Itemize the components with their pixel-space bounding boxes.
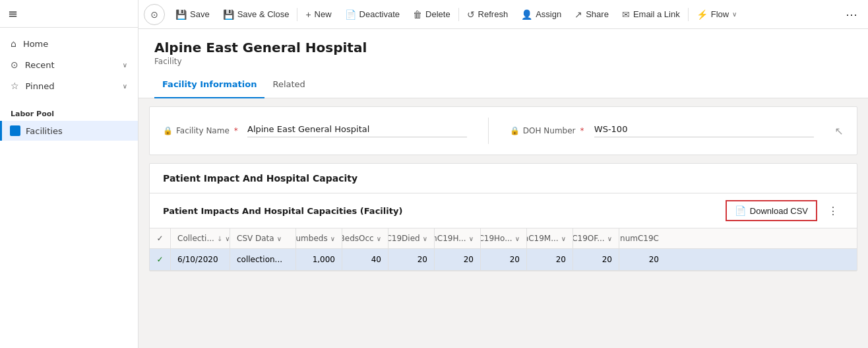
facility-name-value[interactable]: Alpine East General Hospital	[247, 124, 467, 137]
row-check[interactable]: ✓	[150, 249, 171, 270]
lock-icon-1: 🔒	[163, 126, 173, 135]
home-icon: ⌂	[11, 38, 16, 49]
row-numc19died: 20	[388, 249, 435, 270]
flow-chevron-icon: ∨	[732, 11, 737, 18]
email-link-button[interactable]: ✉ Email a Link	[615, 0, 687, 29]
grid-header-numc19of[interactable]: numC19OF... ∨	[573, 228, 619, 248]
doh-number-field: 🔒 DOH Number * WS-100	[510, 124, 814, 137]
facility-name-field: 🔒 Facility Name * Alpine East General Ho…	[163, 124, 467, 137]
record-title: Alpine East General Hospital	[154, 40, 852, 55]
grid-header-date[interactable]: Collecti... ↓ ∨	[171, 228, 230, 248]
assign-button[interactable]: 👤 Assign	[514, 0, 568, 29]
flow-button[interactable]: ⚡ Flow ∨	[690, 0, 743, 29]
col-chevron-4: ∨	[423, 235, 427, 242]
save-close-button[interactable]: 💾 Save & Close	[216, 0, 296, 29]
toolbar-separator-1	[297, 8, 297, 21]
sub-section-title: Patient Impact And Hospital Capacity	[150, 164, 857, 193]
grid-header-csv[interactable]: CSV Data ∨	[230, 228, 296, 248]
hamburger-icon[interactable]: ≡	[8, 7, 18, 20]
sidebar-item-home-label: Home	[23, 39, 48, 49]
grid-header-numbedsOcc[interactable]: numBedsOcc ∨	[342, 228, 388, 248]
new-icon: +	[305, 9, 311, 20]
sidebar-item-pinned[interactable]: ☆ Pinned ∨	[0, 75, 138, 96]
sub-section-capacity: Patient Impact And Hospital Capacity Pat…	[149, 163, 857, 271]
sidebar-item-facilities-label: Facilities	[26, 126, 63, 136]
more-button[interactable]: ⋯	[840, 7, 863, 22]
col-chevron-1: ∨	[277, 235, 282, 242]
refresh-button[interactable]: ↺ Refresh	[460, 0, 515, 29]
sidebar-item-facilities[interactable]: Facilities	[0, 121, 138, 141]
sort-icon: ↓	[217, 235, 222, 242]
col-chevron-5: ∨	[469, 235, 474, 242]
facility-name-label: 🔒 Facility Name *	[163, 126, 242, 135]
grid-header-numbeds[interactable]: numbeds ∨	[296, 228, 342, 248]
sidebar-item-recent[interactable]: ⊙ Recent ∨	[0, 54, 138, 75]
flow-icon: ⚡	[697, 9, 708, 20]
record-subtitle: Facility	[154, 57, 852, 66]
sidebar-section-label: Labor Pool	[0, 102, 138, 121]
toolbar-separator-2	[458, 8, 459, 21]
delete-button[interactable]: 🗑 Delete	[406, 0, 457, 29]
col-chevron-8: ∨	[607, 235, 612, 242]
col-chevron-0: ∨	[225, 235, 230, 242]
refresh-icon: ↺	[467, 9, 475, 20]
sidebar-item-home[interactable]: ⌂ Home	[0, 33, 138, 54]
tab-facility-information[interactable]: Facility Information	[154, 74, 264, 98]
download-csv-button[interactable]: 📄 Download CSV	[726, 200, 817, 221]
share-icon: ↗	[574, 9, 582, 20]
grid-header-check[interactable]: ✓	[150, 228, 171, 248]
pinned-chevron-icon: ∨	[123, 83, 127, 90]
grid-header-numc19c[interactable]: numC19C	[619, 228, 666, 248]
save-button[interactable]: 💾 Save	[169, 0, 216, 29]
facilities-icon	[10, 125, 20, 136]
row-numc19h: 20	[435, 249, 481, 270]
row-csv: collection...	[230, 249, 296, 270]
main-area: ⊙ 💾 Save 💾 Save & Close + New 📄 Deactiva…	[139, 0, 868, 348]
history-icon: ⊙	[150, 9, 158, 20]
email-icon: ✉	[622, 9, 630, 20]
recent-chevron-icon: ∨	[123, 61, 127, 69]
download-csv-label: Download CSV	[750, 206, 808, 216]
row-checkmark: ✓	[156, 255, 163, 264]
field-divider	[488, 118, 489, 144]
row-numc19c: 20	[619, 249, 666, 270]
grid-header-numc19m[interactable]: numC19M... ∨	[527, 228, 573, 248]
sidebar-item-recent-label: Recent	[25, 60, 55, 70]
toolbar: ⊙ 💾 Save 💾 Save & Close + New 📄 Deactiva…	[139, 0, 868, 29]
save-close-icon: 💾	[223, 9, 234, 20]
grid-header-numc19h[interactable]: numC19H... ∨	[435, 228, 481, 248]
refresh-label: Refresh	[478, 9, 509, 19]
history-button[interactable]: ⊙	[144, 4, 165, 25]
save-close-label: Save & Close	[237, 9, 290, 19]
save-label: Save	[190, 9, 210, 19]
form-section: 🔒 Facility Name * Alpine East General Ho…	[149, 106, 857, 155]
form-row-1: 🔒 Facility Name * Alpine East General Ho…	[163, 118, 844, 144]
tab-related[interactable]: Related	[264, 74, 313, 98]
share-button[interactable]: ↗ Share	[568, 0, 615, 29]
sidebar-item-pinned-label: Pinned	[26, 81, 55, 91]
assign-label: Assign	[536, 9, 561, 19]
tab-bar: Facility Information Related	[154, 74, 852, 98]
save-icon: 💾	[175, 9, 187, 20]
flow-label: Flow	[711, 9, 729, 19]
required-marker-1: *	[234, 126, 238, 135]
sub-section-more-button[interactable]: ⋮	[822, 202, 844, 220]
sidebar-nav: ⌂ Home ⊙ Recent ∨ ☆ Pinned ∨	[0, 28, 138, 102]
new-label: New	[315, 9, 332, 19]
delete-icon: 🗑	[413, 9, 422, 20]
record-header: Alpine East General Hospital Facility Fa…	[139, 29, 868, 98]
grid-header-numc19ho[interactable]: numC19Ho... ∨	[481, 228, 527, 248]
grid-header: ✓ Collecti... ↓ ∨ CSV Data ∨ numbeds ∨	[150, 228, 857, 249]
deactivate-label: Deactivate	[359, 9, 400, 19]
assign-icon: 👤	[521, 9, 532, 20]
col-chevron-6: ∨	[515, 235, 520, 242]
deactivate-button[interactable]: 📄 Deactivate	[338, 0, 406, 29]
new-button[interactable]: + New	[299, 0, 338, 29]
sub-section-toolbar: Patient Impacts And Hospital Capacities …	[150, 193, 857, 228]
doh-number-value[interactable]: WS-100	[594, 124, 814, 137]
table-row[interactable]: ✓ 6/10/2020 collection... 1,000 40 20 20…	[150, 249, 857, 271]
deactivate-icon: 📄	[345, 9, 356, 20]
row-date: 6/10/2020	[171, 249, 230, 270]
delete-label: Delete	[425, 9, 450, 19]
grid-header-numc19died[interactable]: numC19Died ∨	[388, 228, 435, 248]
